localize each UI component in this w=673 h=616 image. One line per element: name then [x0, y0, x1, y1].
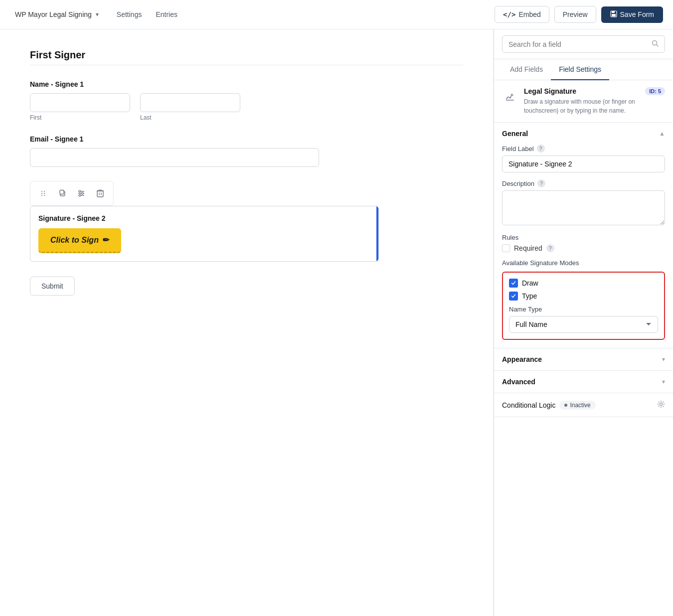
type-label: Type	[522, 292, 537, 300]
description-control: Description ?	[502, 179, 665, 227]
advanced-section-title: Advanced	[502, 378, 535, 386]
conditional-logic-section[interactable]: Conditional Logic Inactive	[494, 393, 673, 417]
rules-label: Rules	[502, 234, 665, 241]
name-last-sublabel: Last	[140, 114, 240, 121]
pen-icon: ✏	[103, 235, 109, 245]
signature-modes-section: Draw Type	[502, 272, 665, 340]
field-info-text: Legal Signature ID: 5 Draw a signature w…	[524, 87, 665, 115]
signature-block-title: Signature - Signee 2	[38, 214, 370, 222]
section-title: First Signer	[30, 49, 463, 61]
name-first-input[interactable]	[30, 93, 130, 112]
general-section-title: General	[502, 130, 528, 138]
general-section-body: Field Label ? Description ? Ru	[494, 145, 673, 348]
draw-row: Draw	[509, 279, 658, 288]
required-row: Required ?	[502, 244, 665, 252]
rules-control: Rules Required ?	[502, 234, 665, 252]
field-label-input[interactable]	[502, 155, 665, 172]
header-right: </> Embed Preview Save Form	[495, 6, 663, 23]
draw-checkbox[interactable]	[509, 279, 518, 288]
submit-button[interactable]: Submit	[30, 277, 75, 296]
search-input-wrapper	[502, 35, 665, 53]
preview-button[interactable]: Preview	[554, 6, 596, 23]
gear-icon[interactable]	[657, 400, 665, 410]
signature-modes-wrapper: Available Signature Modes Draw	[502, 259, 665, 340]
section-divider	[30, 65, 463, 65]
svg-point-3	[41, 191, 42, 192]
embed-button[interactable]: </> Embed	[495, 6, 549, 23]
svg-rect-10	[60, 190, 64, 194]
general-section-header[interactable]: General ▲	[494, 123, 673, 145]
app-dropdown[interactable]: WP Mayor Legal Signing ▾	[10, 7, 104, 21]
header-left: WP Mayor Legal Signing ▾ Settings Entrie…	[10, 7, 178, 21]
general-section: General ▲ Field Label ? Description ?	[494, 123, 673, 348]
svg-point-25	[660, 403, 663, 406]
advanced-chevron-icon: ▾	[662, 378, 665, 385]
svg-point-16	[79, 194, 81, 196]
main-layout: First Signer Name - Signee 1 First Last …	[0, 29, 673, 616]
name-field-group: Name - Signee 1 First Last	[30, 80, 463, 121]
required-checkbox[interactable]	[502, 244, 510, 252]
name-last-input[interactable]	[140, 93, 240, 112]
svg-point-15	[81, 192, 83, 194]
advanced-section-header[interactable]: Advanced ▾	[494, 371, 673, 393]
appearance-section-title: Appearance	[502, 355, 542, 363]
field-info-desc: Draw a signature with mouse (or finger o…	[524, 97, 665, 115]
search-input[interactable]	[508, 40, 648, 48]
description-input[interactable]	[502, 190, 665, 225]
required-help-icon[interactable]: ?	[546, 244, 554, 252]
description-label: Description ?	[502, 179, 665, 187]
field-info-header: Legal Signature ID: 5	[524, 87, 665, 95]
field-info-name: Legal Signature	[524, 87, 576, 95]
email-field-label: Email - Signee 1	[30, 135, 463, 143]
draw-label: Draw	[522, 279, 538, 287]
duplicate-icon[interactable]	[54, 185, 70, 201]
svg-rect-17	[97, 191, 103, 197]
name-type-label: Name Type	[509, 306, 658, 313]
sidebar-tabs: Add Fields Field Settings	[494, 59, 673, 80]
description-help-icon[interactable]: ?	[537, 179, 545, 187]
save-button[interactable]: Save Form	[601, 6, 663, 23]
tab-field-settings[interactable]: Field Settings	[551, 59, 609, 80]
tab-add-fields[interactable]: Add Fields	[502, 59, 551, 80]
chevron-up-icon: ▲	[659, 130, 665, 137]
name-type-select[interactable]: Full Name First Name Last Name	[509, 316, 658, 333]
right-sidebar: Add Fields Field Settings Legal Signatur…	[494, 29, 673, 616]
appearance-section: Appearance ▾	[494, 348, 673, 371]
appearance-section-header[interactable]: Appearance ▾	[494, 348, 673, 370]
available-modes-label: Available Signature Modes	[502, 259, 665, 267]
conditional-logic-left: Conditional Logic Inactive	[502, 401, 596, 410]
svg-point-7	[44, 193, 45, 194]
name-field-label: Name - Signee 1	[30, 80, 463, 88]
drag-handle-icon[interactable]	[35, 185, 51, 201]
signature-inner: Signature - Signee 2 Click to Sign ✏	[30, 206, 378, 261]
name-fields: First Last	[30, 93, 463, 121]
svg-point-6	[44, 191, 45, 192]
type-row: Type	[509, 292, 658, 301]
delete-icon[interactable]	[92, 185, 108, 201]
click-to-sign-button[interactable]: Click to Sign ✏	[38, 228, 121, 253]
nav-settings[interactable]: Settings	[116, 7, 143, 21]
svg-rect-2	[612, 14, 616, 16]
field-label-help-icon[interactable]: ?	[537, 145, 545, 153]
save-icon	[610, 10, 617, 19]
inactive-label: Inactive	[570, 402, 590, 409]
field-id-badge: ID: 5	[645, 87, 665, 95]
svg-point-4	[41, 193, 42, 194]
legal-signature-icon	[502, 88, 518, 104]
svg-point-14	[79, 190, 81, 192]
advanced-section: Advanced ▾	[494, 371, 673, 393]
type-checkbox[interactable]	[509, 292, 518, 301]
appearance-chevron-icon: ▾	[662, 356, 665, 363]
name-first-wrapper: First	[30, 93, 130, 121]
name-type-control: Name Type Full Name First Name Last Name	[509, 306, 658, 333]
app-name: WP Mayor Legal Signing	[15, 10, 92, 18]
submit-area: Submit	[30, 277, 463, 296]
email-input[interactable]	[30, 148, 319, 167]
inactive-badge: Inactive	[559, 401, 595, 410]
settings-icon[interactable]	[73, 185, 89, 201]
field-label-control: Field Label ?	[502, 145, 665, 172]
nav-entries[interactable]: Entries	[155, 7, 178, 21]
conditional-logic-title: Conditional Logic	[502, 401, 555, 409]
svg-point-5	[41, 195, 42, 196]
embed-code-icon: </>	[503, 10, 515, 18]
